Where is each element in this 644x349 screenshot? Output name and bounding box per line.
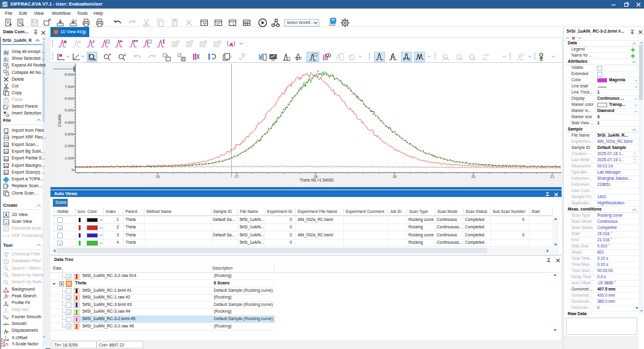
svg-text:PDF: PDF xyxy=(3,235,10,238)
svg-text:[: [ xyxy=(227,40,229,46)
svg-text:?: ? xyxy=(74,19,77,23)
svg-text:123: 123 xyxy=(469,57,476,61)
svg-text:Abc: Abc xyxy=(456,57,463,61)
svg-text:k2: k2 xyxy=(7,310,10,313)
svg-text:]: ] xyxy=(234,40,235,46)
svg-text:+hkl: +hkl xyxy=(482,53,489,57)
svg-text:F: F xyxy=(92,40,95,44)
svg-text:XRF: XRF xyxy=(4,137,10,140)
svg-text:123: 123 xyxy=(4,220,9,224)
